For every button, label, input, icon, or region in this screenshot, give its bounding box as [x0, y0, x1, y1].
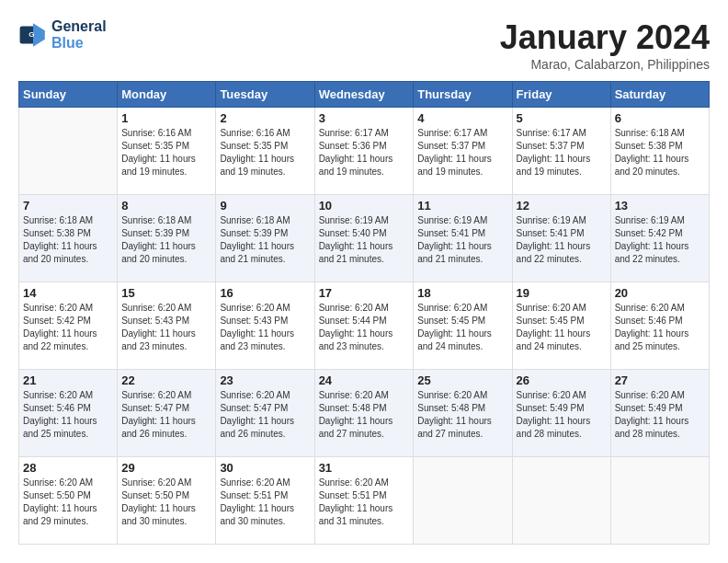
daylight-text: Daylight: 11 hours and 26 minutes.: [220, 415, 310, 441]
sunset-text: Sunset: 5:35 PM: [220, 140, 310, 153]
daylight-text: Daylight: 11 hours and 28 minutes.: [615, 415, 705, 441]
day-number: 5: [517, 111, 607, 125]
day-number: 27: [615, 373, 705, 387]
sunset-text: Sunset: 5:36 PM: [319, 140, 410, 153]
sunrise-text: Sunrise: 6:17 AM: [517, 127, 607, 140]
calendar-cell: 7Sunrise: 6:18 AMSunset: 5:38 PMDaylight…: [19, 195, 118, 282]
sunrise-text: Sunrise: 6:20 AM: [319, 389, 410, 402]
calendar-cell: 2Sunrise: 6:16 AMSunset: 5:35 PMDaylight…: [216, 108, 314, 195]
calendar-cell: 11Sunrise: 6:19 AMSunset: 5:41 PMDayligh…: [414, 195, 512, 282]
daylight-text: Daylight: 11 hours and 22 minutes.: [23, 327, 113, 353]
day-info: Sunrise: 6:18 AMSunset: 5:38 PMDaylight:…: [23, 214, 113, 266]
sunrise-text: Sunrise: 6:20 AM: [517, 389, 607, 402]
sunset-text: Sunset: 5:45 PM: [517, 315, 607, 327]
day-info: Sunrise: 6:20 AMSunset: 5:46 PMDaylight:…: [615, 302, 705, 353]
day-number: 12: [517, 199, 607, 213]
sunset-text: Sunset: 5:41 PM: [417, 227, 507, 240]
day-info: Sunrise: 6:20 AMSunset: 5:42 PMDaylight:…: [23, 302, 113, 353]
day-number: 4: [417, 111, 507, 125]
weekday-header: Thursday: [414, 82, 512, 108]
svg-text:G: G: [28, 30, 34, 39]
day-number: 25: [417, 373, 507, 387]
day-info: Sunrise: 6:20 AMSunset: 5:48 PMDaylight:…: [417, 389, 507, 441]
day-info: Sunrise: 6:16 AMSunset: 5:35 PMDaylight:…: [121, 127, 211, 178]
calendar-cell: 20Sunrise: 6:20 AMSunset: 5:46 PMDayligh…: [610, 282, 709, 370]
daylight-text: Daylight: 11 hours and 22 minutes.: [615, 240, 705, 266]
calendar-cell: 16Sunrise: 6:20 AMSunset: 5:43 PMDayligh…: [216, 282, 314, 370]
sunrise-text: Sunrise: 6:20 AM: [615, 302, 705, 315]
sunset-text: Sunset: 5:50 PM: [23, 489, 113, 502]
calendar-cell: 23Sunrise: 6:20 AMSunset: 5:47 PMDayligh…: [216, 370, 314, 457]
sunset-text: Sunset: 5:47 PM: [121, 402, 211, 415]
weekday-header: Tuesday: [216, 82, 314, 108]
day-info: Sunrise: 6:19 AMSunset: 5:40 PMDaylight:…: [319, 214, 410, 266]
day-number: 14: [23, 286, 113, 300]
sunrise-text: Sunrise: 6:20 AM: [615, 389, 705, 402]
calendar-cell: 12Sunrise: 6:19 AMSunset: 5:41 PMDayligh…: [512, 195, 610, 282]
logo-text: General Blue: [51, 18, 107, 52]
day-number: 6: [615, 111, 705, 125]
sunrise-text: Sunrise: 6:16 AM: [220, 127, 310, 140]
calendar-cell: 27Sunrise: 6:20 AMSunset: 5:49 PMDayligh…: [610, 370, 709, 457]
day-number: 19: [517, 286, 607, 300]
daylight-text: Daylight: 11 hours and 19 minutes.: [417, 153, 507, 178]
calendar-cell: 1Sunrise: 6:16 AMSunset: 5:35 PMDaylight…: [118, 108, 216, 195]
day-number: 10: [319, 199, 410, 213]
sunrise-text: Sunrise: 6:20 AM: [23, 389, 113, 402]
daylight-text: Daylight: 11 hours and 22 minutes.: [517, 240, 607, 266]
sunset-text: Sunset: 5:37 PM: [417, 140, 507, 153]
daylight-text: Daylight: 11 hours and 19 minutes.: [121, 153, 211, 178]
day-number: 11: [417, 199, 507, 213]
sunrise-text: Sunrise: 6:19 AM: [319, 214, 410, 227]
weekday-header: Sunday: [19, 82, 118, 108]
day-number: 18: [417, 286, 507, 300]
day-number: 23: [220, 373, 310, 387]
sunset-text: Sunset: 5:48 PM: [417, 402, 507, 415]
day-info: Sunrise: 6:17 AMSunset: 5:36 PMDaylight:…: [319, 127, 410, 178]
sunrise-text: Sunrise: 6:18 AM: [121, 214, 211, 227]
calendar-week-row: 7Sunrise: 6:18 AMSunset: 5:38 PMDaylight…: [19, 195, 710, 282]
title-area: January 2024 Marao, Calabarzon, Philippi…: [500, 18, 710, 72]
calendar-cell: [610, 457, 709, 545]
sunset-text: Sunset: 5:42 PM: [23, 315, 113, 327]
weekday-header: Saturday: [610, 82, 709, 108]
sunset-text: Sunset: 5:40 PM: [319, 227, 410, 240]
daylight-text: Daylight: 11 hours and 24 minutes.: [417, 327, 507, 353]
sunrise-text: Sunrise: 6:19 AM: [517, 214, 607, 227]
sunset-text: Sunset: 5:41 PM: [517, 227, 607, 240]
sunrise-text: Sunrise: 6:20 AM: [121, 302, 211, 315]
day-number: 21: [23, 373, 113, 387]
day-number: 20: [615, 286, 705, 300]
calendar-cell: 5Sunrise: 6:17 AMSunset: 5:37 PMDaylight…: [512, 108, 610, 195]
day-info: Sunrise: 6:20 AMSunset: 5:49 PMDaylight:…: [615, 389, 705, 441]
day-info: Sunrise: 6:20 AMSunset: 5:50 PMDaylight:…: [121, 477, 211, 528]
daylight-text: Daylight: 11 hours and 30 minutes.: [220, 502, 310, 528]
daylight-text: Daylight: 11 hours and 23 minutes.: [220, 327, 310, 353]
daylight-text: Daylight: 11 hours and 24 minutes.: [517, 327, 607, 353]
sunrise-text: Sunrise: 6:17 AM: [319, 127, 410, 140]
sunrise-text: Sunrise: 6:19 AM: [615, 214, 705, 227]
sunrise-text: Sunrise: 6:20 AM: [517, 302, 607, 315]
weekday-header: Friday: [512, 82, 610, 108]
calendar-week-row: 14Sunrise: 6:20 AMSunset: 5:42 PMDayligh…: [19, 282, 710, 370]
day-info: Sunrise: 6:16 AMSunset: 5:35 PMDaylight:…: [220, 127, 310, 178]
sunrise-text: Sunrise: 6:20 AM: [220, 302, 310, 315]
day-info: Sunrise: 6:20 AMSunset: 5:48 PMDaylight:…: [319, 389, 410, 441]
sunset-text: Sunset: 5:46 PM: [615, 315, 705, 327]
day-info: Sunrise: 6:17 AMSunset: 5:37 PMDaylight:…: [417, 127, 507, 178]
day-info: Sunrise: 6:20 AMSunset: 5:47 PMDaylight:…: [220, 389, 310, 441]
day-number: 17: [319, 286, 410, 300]
sunrise-text: Sunrise: 6:20 AM: [121, 389, 211, 402]
calendar-week-row: 1Sunrise: 6:16 AMSunset: 5:35 PMDaylight…: [19, 108, 710, 195]
calendar-week-row: 21Sunrise: 6:20 AMSunset: 5:46 PMDayligh…: [19, 370, 710, 457]
svg-marker-1: [33, 23, 45, 47]
day-info: Sunrise: 6:20 AMSunset: 5:50 PMDaylight:…: [23, 477, 113, 528]
day-info: Sunrise: 6:20 AMSunset: 5:45 PMDaylight:…: [517, 302, 607, 353]
day-info: Sunrise: 6:20 AMSunset: 5:46 PMDaylight:…: [23, 389, 113, 441]
calendar-cell: 22Sunrise: 6:20 AMSunset: 5:47 PMDayligh…: [118, 370, 216, 457]
daylight-text: Daylight: 11 hours and 19 minutes.: [220, 153, 310, 178]
sunset-text: Sunset: 5:37 PM: [517, 140, 607, 153]
sunrise-text: Sunrise: 6:16 AM: [121, 127, 211, 140]
calendar-cell: 9Sunrise: 6:18 AMSunset: 5:39 PMDaylight…: [216, 195, 314, 282]
day-number: 8: [121, 199, 211, 213]
